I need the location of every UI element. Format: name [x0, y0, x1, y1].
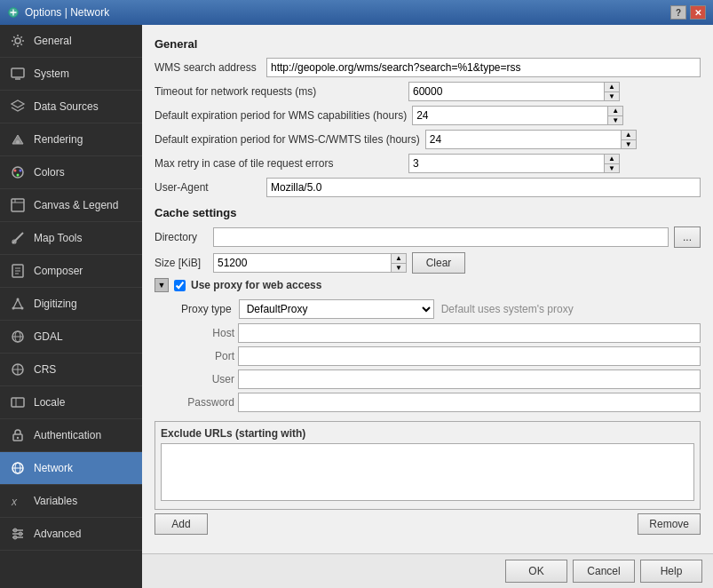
- bottom-bar: OK Cancel Help: [142, 553, 713, 588]
- wms-cap-input[interactable]: [412, 106, 607, 125]
- size-row: Size [KiB] ▲ ▼ Clear: [154, 252, 701, 274]
- timeout-down-btn[interactable]: ▼: [605, 92, 619, 101]
- cancel-btn[interactable]: Cancel: [573, 560, 635, 583]
- sidebar-item-gdal[interactable]: GDAL: [0, 321, 142, 354]
- sidebar-item-network[interactable]: Network: [0, 452, 142, 485]
- wms-input[interactable]: [266, 58, 701, 77]
- svg-point-12: [12, 307, 15, 310]
- sidebar-network-label: Network: [34, 462, 73, 474]
- sidebar-item-colors[interactable]: Colors: [0, 156, 142, 189]
- clear-btn[interactable]: Clear: [412, 252, 465, 274]
- sidebar-gdal-label: GDAL: [34, 330, 63, 343]
- browse-btn[interactable]: ...: [674, 226, 701, 248]
- sidebar-item-variables[interactable]: x Variables: [0, 485, 142, 518]
- add-btn[interactable]: Add: [154, 513, 208, 535]
- svg-point-14: [21, 307, 24, 310]
- max-retry-input[interactable]: [408, 154, 604, 173]
- sidebar-variables-label: Variables: [34, 495, 77, 507]
- directory-input[interactable]: [213, 227, 669, 247]
- svg-point-6: [20, 170, 22, 172]
- network-icon: [9, 459, 27, 477]
- sidebar-item-digitizing[interactable]: Digitizing: [0, 288, 142, 321]
- gdal-icon: [9, 328, 27, 346]
- timeout-spinbox: ▲ ▼: [408, 82, 620, 101]
- svg-point-24: [13, 528, 17, 532]
- host-input[interactable]: [238, 323, 701, 343]
- timeout-row: Timeout for network requests (ms) ▲ ▼: [154, 82, 701, 101]
- user-row: User: [181, 369, 701, 389]
- max-retry-down-btn[interactable]: ▼: [605, 164, 619, 173]
- password-input[interactable]: [238, 393, 701, 412]
- wms-label: WMS search address: [154, 61, 261, 74]
- help-btn[interactable]: Help: [640, 560, 702, 583]
- cache-section-header: Cache settings: [154, 206, 701, 219]
- wms-tiles-up-btn[interactable]: ▲: [622, 131, 636, 140]
- wms-cap-spinbox: ▲ ▼: [412, 106, 623, 125]
- svg-point-7: [17, 174, 20, 177]
- timeout-input[interactable]: [408, 82, 604, 101]
- max-retry-spinbox: ▲ ▼: [408, 154, 620, 173]
- size-input[interactable]: [213, 253, 391, 273]
- help-window-btn[interactable]: ?: [670, 5, 686, 20]
- timeout-up-btn[interactable]: ▲: [605, 83, 619, 92]
- wms-cap-up-btn[interactable]: ▲: [608, 107, 622, 116]
- sidebar-item-map-tools[interactable]: Map Tools: [0, 222, 142, 255]
- sidebar-locale-label: Locale: [34, 396, 65, 409]
- exclude-group: Exclude URLs (starting with): [154, 421, 701, 510]
- sidebar-crs-label: CRS: [34, 363, 56, 376]
- sidebar-item-authentication[interactable]: Authentication: [0, 419, 142, 452]
- svg-point-3: [16, 140, 20, 144]
- max-retry-up-btn[interactable]: ▲: [605, 155, 619, 164]
- sidebar-item-crs[interactable]: CRS: [0, 354, 142, 386]
- sidebar-auth-label: Authentication: [34, 429, 101, 441]
- size-down-btn[interactable]: ▼: [392, 264, 406, 273]
- close-window-btn[interactable]: ✕: [690, 5, 706, 20]
- max-retry-label: Max retry in case of tile request errors: [154, 157, 403, 170]
- wms-tiles-spinbox: ▲ ▼: [425, 130, 637, 149]
- wms-tiles-row: Default expiration period for WMS-C/WMTS…: [154, 130, 701, 149]
- sidebar-item-advanced[interactable]: Advanced: [0, 518, 142, 551]
- sidebar: General System Data Sources: [0, 25, 142, 588]
- timeout-spinbox-btns: ▲ ▼: [604, 82, 620, 101]
- host-row: Host: [181, 323, 701, 343]
- wms-tiles-down-btn[interactable]: ▼: [622, 140, 636, 149]
- proxy-expand-btn[interactable]: ▼: [154, 278, 169, 292]
- port-label: Port: [181, 350, 234, 362]
- sidebar-item-data-sources[interactable]: Data Sources: [0, 91, 142, 123]
- max-retry-btns: ▲ ▼: [604, 154, 620, 173]
- wms-tiles-input[interactable]: [425, 130, 621, 149]
- palette-icon: [9, 163, 27, 181]
- wms-cap-down-btn[interactable]: ▼: [608, 116, 622, 125]
- svg-rect-18: [12, 398, 24, 407]
- size-spinbox: ▲ ▼: [213, 253, 407, 273]
- user-agent-label: User-Agent: [154, 181, 261, 194]
- sidebar-item-system[interactable]: System: [0, 58, 142, 91]
- svg-rect-2: [12, 68, 24, 77]
- exclude-wrapper: Exclude URLs (starting with) Add Remove: [154, 421, 701, 535]
- crs-icon: [9, 361, 27, 378]
- user-agent-input[interactable]: [266, 178, 701, 197]
- proxy-type-select[interactable]: DefaultProxy Socks5Proxy HttpProxy HttpC…: [239, 299, 434, 319]
- proxy-checkbox[interactable]: [174, 280, 186, 291]
- sidebar-maptools-label: Map Tools: [34, 232, 82, 244]
- sidebar-item-composer[interactable]: Composer: [0, 255, 142, 288]
- exclude-textarea[interactable]: [161, 443, 694, 501]
- ok-btn[interactable]: OK: [505, 560, 567, 583]
- port-input[interactable]: [238, 346, 701, 366]
- tools-icon: [9, 229, 27, 247]
- auth-icon: [9, 426, 27, 444]
- sidebar-item-locale[interactable]: Locale: [0, 386, 142, 419]
- sidebar-item-canvas-legend[interactable]: Canvas & Legend: [0, 189, 142, 222]
- proxy-hint: Default uses system's proxy: [441, 303, 574, 315]
- remove-btn[interactable]: Remove: [638, 513, 701, 535]
- user-agent-row: User-Agent: [154, 178, 701, 197]
- wms-row: WMS search address: [154, 58, 701, 77]
- user-input[interactable]: [238, 369, 701, 389]
- wms-tiles-label: Default expiration period for WMS-C/WMTS…: [154, 133, 420, 146]
- sidebar-item-general[interactable]: General: [0, 25, 142, 58]
- user-label: User: [181, 373, 234, 385]
- sidebar-item-rendering[interactable]: Rendering: [0, 123, 142, 156]
- layers-icon: [9, 98, 27, 115]
- size-up-btn[interactable]: ▲: [392, 254, 406, 264]
- svg-point-26: [13, 536, 17, 539]
